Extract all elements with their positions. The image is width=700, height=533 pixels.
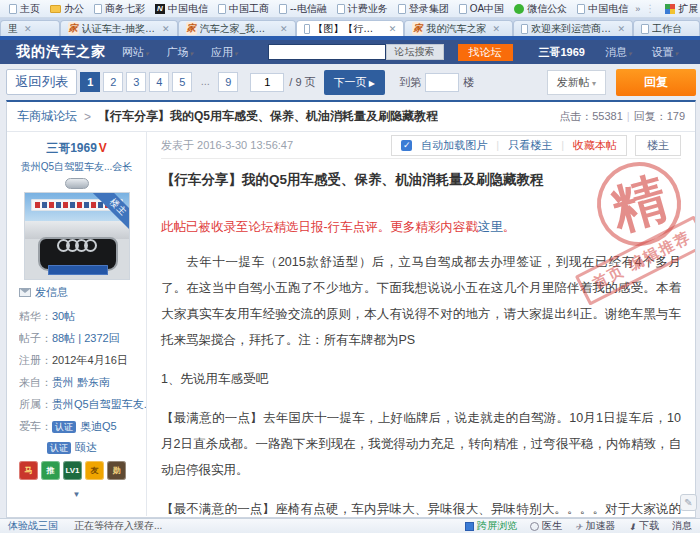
goto-floor-input[interactable] xyxy=(425,73,459,92)
bookmark-item[interactable]: 商务七彩 xyxy=(89,2,150,16)
bookmark-label: 计费业务 xyxy=(348,2,388,16)
notice-text: 此帖已被收录至论坛精选日报-行车点评。更多精彩内容戳 xyxy=(161,220,478,234)
medal-icon[interactable]: 勋 xyxy=(107,461,126,480)
author-name[interactable]: 三哥1969V xyxy=(7,140,146,157)
browser-tab[interactable]: 认证车主-抽奖_汽车之 xyxy=(60,20,178,36)
post-paragraph: 去年十一提车（2015款舒适型）后，立马自驾成都去办理签证，到现在已经有4个多月… xyxy=(161,249,681,353)
stat-posts: 帖子：88帖 | 2372回 xyxy=(19,331,146,346)
bookmark-item[interactable]: 中国电信 xyxy=(150,2,213,16)
floor-button[interactable]: 楼主 xyxy=(635,135,681,156)
forum-search-button[interactable]: 论坛搜索 xyxy=(386,44,444,60)
medal-icon[interactable]: 推 xyxy=(41,461,60,480)
page-number[interactable]: 5 xyxy=(172,72,192,92)
browser-tab-active[interactable]: 【图】【行车分享】 xyxy=(296,20,405,36)
page-icon xyxy=(337,4,345,14)
bookmark-item[interactable]: 中国电信 xyxy=(572,2,633,16)
close-icon[interactable] xyxy=(24,24,32,34)
author-avatar[interactable]: 楼主 xyxy=(24,192,130,280)
browser-toolbar-extensions: 扩展 网银 翻译 xyxy=(642,2,700,16)
notice-here-link[interactable]: 这里 xyxy=(478,220,503,234)
favorite-button[interactable]: 收藏本帖 xyxy=(573,138,617,153)
new-post-button[interactable]: 发新帖 xyxy=(547,70,606,95)
bookmark-item[interactable]: 主页 xyxy=(4,2,45,16)
menu-website[interactable]: 网站 xyxy=(122,45,149,60)
auto-load-images-toggle[interactable]: 自动加载图片 xyxy=(421,138,487,153)
medal-icon[interactable]: 友 xyxy=(85,461,104,480)
breadcrumb-separator: > xyxy=(84,110,91,124)
car-link[interactable]: 颐达 xyxy=(75,441,97,453)
page-icon xyxy=(459,4,467,14)
close-icon[interactable] xyxy=(280,24,288,34)
browser-tab[interactable]: 我的汽车之家 xyxy=(404,20,513,36)
messages-menu[interactable]: 消息 xyxy=(605,45,632,60)
page-icon xyxy=(94,4,102,14)
rocket-icon xyxy=(575,521,583,532)
page-number[interactable]: 4 xyxy=(149,72,169,92)
page-jump-input[interactable] xyxy=(250,73,284,92)
post-area: 发表于 2016-3-30 13:56:47 自动加载图片 | 只看楼主 | 收… xyxy=(147,132,695,516)
autohome-favicon xyxy=(412,22,423,35)
send-message-link[interactable]: 发信息 xyxy=(19,285,146,300)
bookmark-item[interactable]: 登录集团 xyxy=(393,2,454,16)
page-number[interactable]: 2 xyxy=(103,72,123,92)
close-icon[interactable] xyxy=(492,24,500,34)
cross-screen-button[interactable]: 跨屏浏览 xyxy=(465,519,517,533)
accelerator-button[interactable]: 加速器 xyxy=(575,519,616,533)
medal-icon[interactable]: LV1 xyxy=(63,461,82,480)
author-group-link[interactable]: 贵州Q5自驾盟车友...会长 xyxy=(7,160,146,174)
chevron-down-icon xyxy=(234,50,238,57)
bookmark-item[interactable]: 计费业务 xyxy=(332,2,393,16)
menu-apps[interactable]: 应用 xyxy=(211,45,238,60)
page-number-current[interactable]: 1 xyxy=(80,72,100,92)
site-header: 我的汽车之家 网站 广场 应用 论坛搜索 找论坛 三哥1969 消息 设置 xyxy=(0,40,700,64)
doctor-button[interactable]: 医生 xyxy=(530,519,562,533)
chevron-down-icon xyxy=(674,50,678,57)
tool-label: 扩展 xyxy=(678,2,698,16)
reply-button[interactable]: 回复 xyxy=(616,69,696,96)
bookmark-item[interactable]: 微信公众 xyxy=(509,2,572,16)
forum-search-input[interactable] xyxy=(268,44,386,60)
browser-tab[interactable]: 欢迎来到运营商管理工 xyxy=(513,20,633,36)
menu-label: 设置 xyxy=(651,46,673,58)
menu-label: 应用 xyxy=(211,46,233,58)
car-link[interactable]: 奥迪Q5 xyxy=(80,420,117,432)
page-favicon xyxy=(641,24,649,34)
bookmark-label: 中国电信 xyxy=(168,2,208,16)
send-message-label: 发信息 xyxy=(35,285,68,300)
sidebar-collapse-icon[interactable] xyxy=(7,490,146,499)
find-forum-button[interactable]: 找论坛 xyxy=(458,44,513,61)
checkbox-checked-icon[interactable] xyxy=(401,140,412,151)
editor-notice: 此帖已被收录至论坛精选日报-行车点评。更多精彩内容戳这里。 xyxy=(161,219,681,236)
browser-tab[interactable]: 汽车之家_我的汽车网 xyxy=(178,20,296,36)
medal-icon[interactable]: 马 xyxy=(19,461,38,480)
bookmarks-overflow-icon[interactable] xyxy=(633,4,642,14)
next-page-button[interactable]: 下一页 xyxy=(324,70,385,95)
browser-tab[interactable]: 工作台 xyxy=(633,20,700,36)
settings-menu[interactable]: 设置 xyxy=(651,45,678,60)
bookmark-item[interactable]: OA中国 xyxy=(454,2,509,16)
extensions-button[interactable]: 扩展 xyxy=(660,2,700,16)
only-op-button[interactable]: 只看楼主 xyxy=(508,138,552,153)
page-number[interactable]: 3 xyxy=(126,72,146,92)
back-to-list-button[interactable]: 返回列表 xyxy=(6,69,77,95)
pagination-bar: 返回列表 1 2 3 4 5 ... 9 / 9 页 下一页 到第 楼 发新帖 … xyxy=(6,70,696,94)
username-link[interactable]: 三哥1969 xyxy=(538,45,584,60)
close-icon[interactable] xyxy=(389,24,397,34)
breadcrumb-forum-link[interactable]: 车商城论坛 xyxy=(17,108,77,125)
close-icon[interactable] xyxy=(617,24,625,34)
essence-stamp-icon: 精 xyxy=(587,152,691,256)
bookmark-item[interactable]: 中国工商 xyxy=(213,2,274,16)
download-button[interactable]: 下载 xyxy=(628,519,659,533)
bookmark-item[interactable]: 办公 xyxy=(45,2,89,16)
bookmark-item[interactable]: --电信融 xyxy=(274,2,332,16)
quick-note-button[interactable] xyxy=(680,494,697,511)
game-promo-link[interactable]: 体验战三国 xyxy=(8,519,58,533)
stat-registered: 注册：2012年4月16日 xyxy=(19,353,146,368)
browser-tab[interactable]: 里 xyxy=(0,20,60,36)
close-icon[interactable] xyxy=(162,24,170,34)
page-number[interactable]: 9 xyxy=(218,72,238,92)
messages-button[interactable]: 消息 xyxy=(672,519,692,533)
site-logo[interactable]: 我的汽车之家 xyxy=(16,43,106,61)
menu-plaza[interactable]: 广场 xyxy=(167,45,194,60)
browser-status-bar: 体验战三国 正在等待存入缓存... 跨屏浏览 医生 加速器 下载 消息 xyxy=(0,518,700,533)
